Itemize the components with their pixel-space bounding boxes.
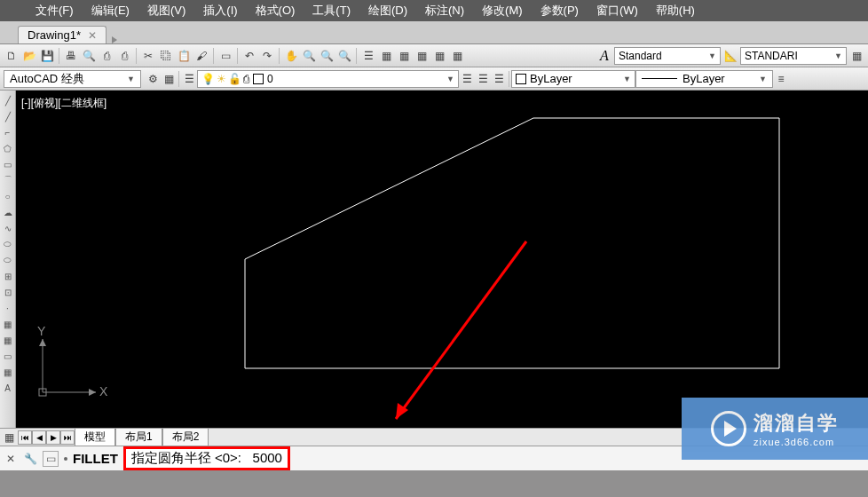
tablestyle-icon[interactable]: ▦ (848, 48, 864, 64)
copy-icon[interactable]: ⿻ (158, 48, 174, 64)
layer-state-icon[interactable]: ☰ (475, 71, 491, 87)
dimstyle-icon[interactable]: 📐 (722, 48, 738, 64)
print-preview-icon[interactable]: 🔍 (81, 48, 97, 64)
command-input-highlight: 指定圆角半径 <0>: 5000 (123, 446, 290, 470)
color-value: ByLayer (530, 72, 572, 85)
tab-close-icon[interactable]: ✕ (88, 29, 97, 42)
match-properties-icon[interactable]: 🖌 (193, 48, 209, 64)
redo-icon[interactable]: ↷ (259, 48, 275, 64)
menu-insert[interactable]: 插入(I) (203, 3, 237, 19)
command-name: FILLET (73, 451, 118, 466)
workspace-gear-icon[interactable]: ⚙ (145, 71, 161, 87)
ellipse-tool-icon[interactable]: ⬭ (2, 238, 14, 250)
layer-dropdown[interactable]: 💡 ☀ 🔓 ⎙ 0 ▼ (197, 70, 459, 88)
svg-marker-2 (89, 389, 96, 396)
hatch-tool-icon[interactable]: ▦ (2, 318, 14, 330)
sun-icon: ☀ (217, 73, 226, 85)
table-tool-icon[interactable]: ▦ (2, 366, 14, 378)
circle-tool-icon[interactable]: ○ (2, 190, 14, 202)
layout-nav-last-icon[interactable]: ⏭ (60, 430, 75, 445)
cut-icon[interactable]: ✂ (140, 48, 156, 64)
gradient-tool-icon[interactable]: ▦ (2, 334, 14, 346)
play-icon (711, 411, 746, 446)
insert-block-icon[interactable]: ⊞ (2, 270, 14, 282)
print-icon[interactable]: 🖶 (63, 48, 79, 64)
menu-parametric[interactable]: 参数(P) (541, 3, 579, 19)
zoom-icon[interactable]: 🔍 (301, 48, 317, 64)
chevron-down-icon: ▼ (834, 51, 842, 60)
dimstyle-dropdown[interactable]: STANDARI ▼ (740, 47, 847, 65)
point-tool-icon[interactable]: · (2, 302, 14, 314)
spline-tool-icon[interactable]: ∿ (2, 222, 14, 234)
layout-tab-layout1[interactable]: 布局1 (115, 428, 162, 446)
menu-view[interactable]: 视图(V) (147, 3, 185, 19)
menu-tools[interactable]: 工具(T) (312, 3, 351, 19)
rectangle-tool-icon[interactable]: ▭ (2, 158, 14, 170)
ellipsearc-tool-icon[interactable]: ⬭ (2, 254, 14, 266)
layout-nav-prev-icon[interactable]: ◀ (32, 430, 46, 445)
layer-isolate-icon[interactable]: ☰ (491, 71, 507, 87)
layout-nav: ⏮ ◀ ▶ ⏭ (18, 430, 75, 445)
make-block-icon[interactable]: ⊡ (2, 286, 14, 298)
arc-tool-icon[interactable]: ⌒ (2, 174, 14, 186)
textstyle-dropdown[interactable]: Standard ▼ (614, 47, 721, 65)
sheetset-icon[interactable]: ▦ (414, 48, 430, 64)
quickcalc-icon[interactable]: ▦ (449, 48, 465, 64)
layout-nav-next-icon[interactable]: ▶ (46, 430, 60, 445)
separator (178, 71, 179, 87)
menu-draw[interactable]: 绘图(D) (368, 3, 407, 19)
lineweight-icon[interactable]: ≡ (773, 71, 789, 87)
properties-icon[interactable]: ☰ (360, 48, 376, 64)
watermark-title: 溜溜自学 (754, 410, 839, 437)
plot-icon: ⎙ (243, 73, 249, 85)
paste-icon[interactable]: 📋 (176, 48, 192, 64)
workspace-dropdown[interactable]: AutoCAD 经典 ▼ (4, 70, 141, 88)
pan-icon[interactable]: ✋ (283, 48, 299, 64)
menu-modify[interactable]: 修改(M) (482, 3, 523, 19)
menu-edit[interactable]: 编辑(E) (91, 3, 130, 19)
open-icon[interactable]: 📂 (21, 48, 37, 64)
markup-icon[interactable]: ▦ (431, 48, 447, 64)
menu-help[interactable]: 帮助(H) (656, 3, 695, 19)
undo-icon[interactable]: ↶ (241, 48, 257, 64)
workspace-save-icon[interactable]: ▦ (161, 71, 177, 87)
save-icon[interactable]: 💾 (39, 48, 55, 64)
layout-nav-first-icon[interactable]: ⏮ (18, 430, 32, 445)
block-editor-icon[interactable]: ▭ (217, 48, 233, 64)
3dprint-icon[interactable]: ⎙ (116, 48, 132, 64)
chevron-down-icon: ▼ (708, 51, 716, 60)
mtext-tool-icon[interactable]: A (2, 382, 14, 394)
new-icon[interactable]: 🗋 (4, 48, 20, 64)
designcenter-icon[interactable]: ▦ (378, 48, 394, 64)
document-tab-drawing1[interactable]: Drawing1* ✕ (18, 26, 107, 43)
layer-previous-icon[interactable]: ☰ (459, 71, 475, 87)
zoom-previous-icon[interactable]: 🔍 (319, 48, 335, 64)
menu-window[interactable]: 窗口(W) (596, 3, 638, 19)
zoom-window-icon[interactable]: 🔍 (336, 48, 352, 64)
layout-tab-layout2[interactable]: 布局2 (162, 428, 209, 446)
menu-format[interactable]: 格式(O) (256, 3, 296, 19)
region-tool-icon[interactable]: ▭ (2, 350, 14, 362)
menu-dimension[interactable]: 标注(N) (425, 3, 464, 19)
svg-line-5 (396, 241, 526, 419)
command-close-icon[interactable]: ✕ (4, 452, 18, 466)
linetype-dropdown[interactable]: ByLayer ▼ (635, 70, 773, 88)
color-dropdown[interactable]: ByLayer ▼ (511, 70, 635, 88)
command-wrench-icon[interactable]: 🔧 (23, 452, 37, 466)
xline-tool-icon[interactable]: ╱ (2, 110, 14, 122)
revcloud-tool-icon[interactable]: ☁ (2, 206, 14, 218)
line-tool-icon[interactable]: ╱ (2, 94, 14, 106)
polygon-tool-icon[interactable]: ⬠ (2, 142, 14, 154)
toolpalettes-icon[interactable]: ▦ (396, 48, 412, 64)
publish-icon[interactable]: ⎙ (99, 48, 114, 64)
layer-manager-icon[interactable]: ☰ (181, 71, 197, 87)
menu-file[interactable]: 文件(F) (36, 3, 74, 19)
tab-new-icon[interactable] (112, 36, 117, 43)
textstyle-icon[interactable]: A (596, 48, 612, 64)
drawing-canvas[interactable]: [-][俯视][二维线框] X Y (16, 91, 868, 428)
draw-toolbar: ╱ ╱ ⌐ ⬠ ▭ ⌒ ○ ☁ ∿ ⬭ ⬭ ⊞ ⊡ · ▦ ▦ ▭ ▦ A (0, 91, 16, 428)
layout-tab-model[interactable]: 模型 (75, 428, 115, 446)
polyline-tool-icon[interactable]: ⌐ (2, 126, 14, 138)
quickview-layouts-icon[interactable]: ▦ (0, 430, 18, 446)
command-recent-icon[interactable]: ▭ (43, 451, 59, 467)
